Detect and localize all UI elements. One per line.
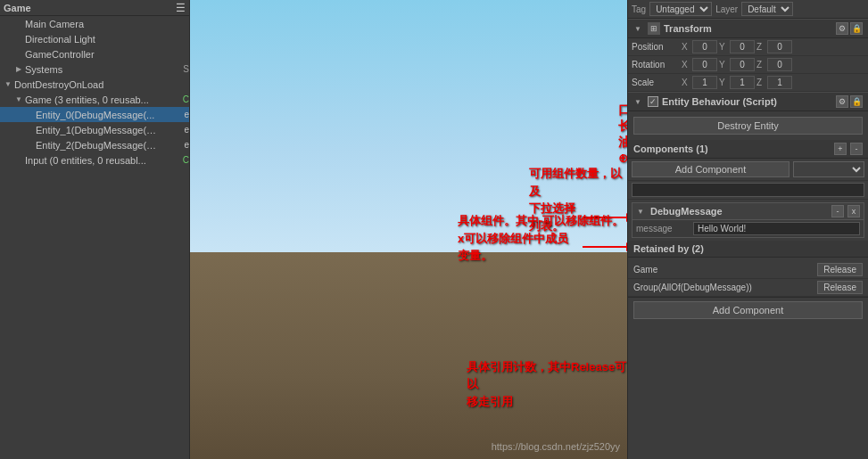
retained-row-game: Game Release xyxy=(628,261,868,279)
entity-behaviour-lock-icon[interactable]: 🔒 xyxy=(850,95,863,108)
label-dontdestroyonload: DontDestroyOnLoad xyxy=(14,79,189,90)
debug-message-component: DebugMessage - x message xyxy=(632,202,864,238)
badge-entity0: e xyxy=(184,110,189,119)
scale-x-label: X xyxy=(682,78,690,87)
hierarchy-item-directional-light[interactable]: Directional Light xyxy=(0,31,189,46)
label-game-entities: Game (3 entities, 0 reusab... xyxy=(25,94,181,105)
tag-select[interactable]: Untagged xyxy=(649,2,712,16)
position-label: Position xyxy=(632,42,678,52)
annotation-3-text: 具体组件。其中-可以移除组件。 x可以移除组件中成员变量。 xyxy=(458,212,627,265)
pos-x-input[interactable] xyxy=(692,40,717,53)
annotation-3-line1: 具体组件。其中-可以移除组件。 xyxy=(458,212,627,230)
badge-entity2: e xyxy=(184,140,189,150)
message-field-input[interactable] xyxy=(693,222,860,235)
hierarchy-item-dontdestroyonload[interactable]: DontDestroyOnLoad xyxy=(0,77,189,92)
message-field-label: message xyxy=(636,224,690,234)
tag-label: Tag xyxy=(632,4,646,14)
label-entity2: Entity_2(DebugMessage(… xyxy=(36,140,182,151)
label-game-controller: GameController xyxy=(25,49,189,60)
debug-message-triangle xyxy=(636,207,645,216)
label-systems: Systems xyxy=(25,64,181,75)
transform-scale-row: Scale X Y Z xyxy=(628,74,868,92)
pos-z-input[interactable] xyxy=(767,40,792,53)
rot-x-input[interactable] xyxy=(692,58,717,71)
hierarchy-title: Game xyxy=(4,3,31,13)
main-viewport: 口长油⊕₁€ 可用组件数量，以及 下拉选择列表。 具体组件。其中-可以移除组件。… xyxy=(190,0,627,459)
transform-settings-icon[interactable]: ⚙ xyxy=(836,22,848,35)
hierarchy-item-main-camera[interactable]: Main Camera xyxy=(0,16,189,31)
scale-z-input[interactable] xyxy=(767,76,792,89)
transform-section-header: ⊞ Transform ⚙ 🔒 xyxy=(628,19,868,38)
rotation-fields: X Y Z xyxy=(682,58,864,71)
hierarchy-item-game-controller[interactable]: GameController xyxy=(0,46,189,61)
destroy-entity-button[interactable]: Destroy Entity xyxy=(633,117,863,135)
pos-z-label: Z xyxy=(756,42,765,52)
hierarchy-item-entity1[interactable]: Entity_1(DebugMessage(… e xyxy=(0,122,189,137)
rot-y-input[interactable] xyxy=(730,58,755,71)
entity-behaviour-checkbox[interactable] xyxy=(648,96,658,107)
hierarchy-item-entity0[interactable]: Entity_0(DebugMessage(... e xyxy=(0,107,189,122)
add-component-dropdown[interactable] xyxy=(793,161,864,177)
annotation-4-line2: 移走引用 xyxy=(467,393,627,411)
components-add-icon[interactable]: + xyxy=(834,143,847,155)
debug-message-field: message xyxy=(632,220,864,237)
hierarchy-item-entity2[interactable]: Entity_2(DebugMessage(… e xyxy=(0,137,189,152)
layer-select[interactable]: Default xyxy=(741,2,793,16)
add-component-button[interactable]: Add Component xyxy=(632,161,789,177)
component-search-input[interactable] xyxy=(632,183,864,197)
annotation-4-text: 具体引用计数，其中Release可以 移走引用 xyxy=(467,358,627,411)
entity-behaviour-header: Entity Behaviour (Script) ⚙ 🔒 xyxy=(628,92,868,111)
add-component-bottom-btn[interactable]: Add Component xyxy=(633,301,863,319)
transform-icon: ⊞ xyxy=(648,22,660,35)
badge-entity1: e xyxy=(184,125,189,135)
annotation-2-line1: 可用组件数量，以及 xyxy=(529,165,627,200)
entity-behaviour-title: Entity Behaviour (Script) xyxy=(662,96,832,107)
debug-message-x-btn[interactable]: x xyxy=(847,205,860,217)
triangle-game-entities xyxy=(14,95,23,104)
rot-z-input[interactable] xyxy=(767,58,792,71)
pos-y-label: Y xyxy=(719,42,728,52)
tag-layer-row: Tag Untagged Layer Default xyxy=(628,0,868,19)
hierarchy-item-input[interactable]: Input (0 entities, 0 reusabl... C xyxy=(0,152,189,168)
retained-row-group: Group(AllOf(DebugMessage)) Release xyxy=(628,279,868,297)
components-minus-icon[interactable]: - xyxy=(850,143,863,155)
search-row xyxy=(628,181,868,200)
label-entity0: Entity_0(DebugMessage(... xyxy=(36,110,182,120)
release-group-btn[interactable]: Release xyxy=(817,281,863,294)
hierarchy-item-game-entities[interactable]: Game (3 entities, 0 reusab... C xyxy=(0,92,189,107)
components-section-header: Components (1) + - xyxy=(628,140,868,159)
rotation-label: Rotation xyxy=(632,60,678,70)
badge-systems: S xyxy=(183,64,189,74)
retained-game-name: Game xyxy=(633,265,814,275)
rot-z-label: Z xyxy=(756,60,765,70)
transform-position-row: Position X Y Z xyxy=(628,38,868,56)
hierarchy-item-systems[interactable]: Systems S xyxy=(0,61,189,77)
triangle-dontdestroyonload xyxy=(4,80,12,89)
label-input: Input (0 entities, 0 reusabl... xyxy=(25,155,181,166)
annotation-1: 口长油⊕₁€ xyxy=(618,102,627,167)
pos-y-input[interactable] xyxy=(730,40,755,53)
transform-lock-icon[interactable]: 🔒 xyxy=(850,22,863,35)
triangle-systems xyxy=(14,65,23,74)
retained-title: Retained by (2) xyxy=(628,241,868,258)
transform-rotation-row: Rotation X Y Z xyxy=(628,56,868,74)
annotation-3-row: x可以移除组件中成员变量。 xyxy=(458,230,627,265)
annotation-3: 具体组件。其中-可以移除组件。 x可以移除组件中成员变量。 xyxy=(458,212,627,265)
scale-y-label: Y xyxy=(719,78,728,87)
release-game-btn[interactable]: Release xyxy=(817,263,863,276)
label-entity1: Entity_1(DebugMessage(… xyxy=(36,125,182,135)
debug-message-remove-btn[interactable]: - xyxy=(831,205,844,217)
transform-icons: ⚙ 🔒 xyxy=(836,22,863,35)
entity-behaviour-icons: ⚙ 🔒 xyxy=(836,95,863,108)
debug-message-header: DebugMessage - x xyxy=(632,203,864,220)
label-directional-light: Directional Light xyxy=(25,34,189,45)
inspector-panel: Tag Untagged Layer Default ⊞ Transform ⚙… xyxy=(627,0,868,459)
scale-y-input[interactable] xyxy=(730,76,755,89)
annotation-3-line2: x可以移除组件中成员变量。 xyxy=(458,230,579,265)
scale-x-input[interactable] xyxy=(692,76,717,89)
annotation-1-text: 口长油⊕₁€ xyxy=(618,102,627,167)
hierarchy-menu-icon[interactable]: ☰ xyxy=(176,2,186,14)
badge-input: C xyxy=(183,155,189,165)
retained-section: Retained by (2) Game Release Group(AllOf… xyxy=(628,241,868,297)
entity-behaviour-settings-icon[interactable]: ⚙ xyxy=(836,95,848,108)
